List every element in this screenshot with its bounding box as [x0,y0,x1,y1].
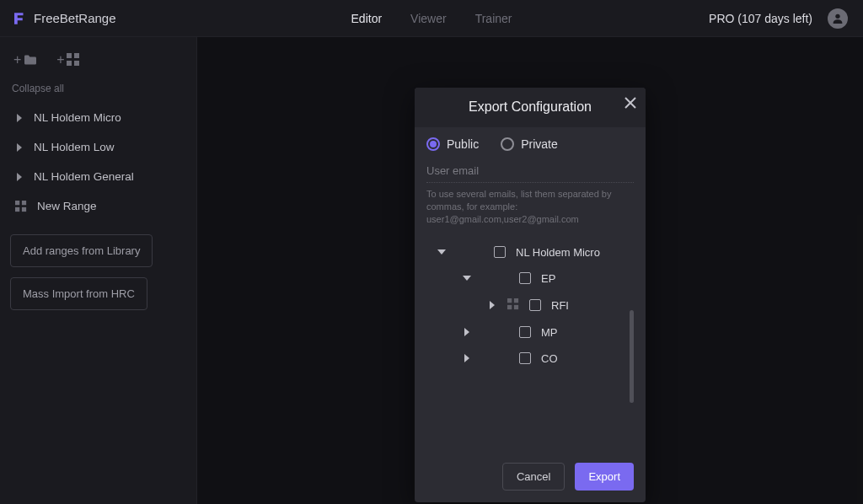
checkbox[interactable] [519,352,531,364]
tree-label: CO [541,352,558,365]
sidebar-item-label: NL Holdem Micro [34,111,121,124]
content-area: Export Configuration Public Private [197,37,863,504]
svg-point-0 [835,13,839,18]
chevron-right-icon [487,301,497,309]
brand-name: FreeBetRange [34,11,116,25]
svg-rect-12 [514,304,518,308]
folder-icon [23,54,38,66]
export-modal: Export Configuration Public Private [415,88,646,502]
chevron-right-icon [15,143,24,152]
sidebar-item-new-range[interactable]: New Range [10,191,186,221]
tree-label: EP [541,272,555,285]
topbar-right: PRO (107 days left) [709,8,848,29]
svg-rect-9 [507,298,512,303]
add-range-button[interactable]: + [56,52,79,67]
top-nav: Editor Viewer Trainer [351,12,512,25]
checkbox[interactable] [494,246,506,258]
chevron-right-icon [462,328,472,336]
checkbox[interactable] [519,326,531,338]
nav-trainer[interactable]: Trainer [475,12,512,25]
sidebar-item-label: NL Holdem Low [34,141,115,153]
grid-icon [507,298,519,313]
visibility-radio-group: Public Private [426,137,634,161]
export-button[interactable]: Export [575,463,634,491]
svg-rect-4 [74,61,79,66]
tree-row-rfi[interactable]: RFI [426,292,634,319]
chevron-right-icon [15,173,24,181]
tree-row-co[interactable]: CO [426,346,634,372]
grid-icon [15,201,27,212]
close-icon [624,96,637,110]
nav-viewer[interactable]: Viewer [410,12,447,25]
chevron-right-icon [15,114,24,122]
chevron-right-icon [462,354,472,362]
email-hint: To use several emails, list them separat… [426,183,634,239]
nav-editor[interactable]: Editor [351,12,383,25]
avatar[interactable] [828,8,848,29]
tree-label: RFI [551,299,569,312]
tree-row-ep[interactable]: EP [426,265,634,292]
tree-row-nl-micro[interactable]: NL Holdem Micro [426,239,634,265]
modal-title: Export Configuration [469,99,592,115]
mass-import-hrc-button[interactable]: Mass Import from HRC [10,277,147,310]
tree-row-mp[interactable]: MP [426,319,634,346]
svg-rect-1 [67,53,72,58]
radio-icon [426,137,440,151]
topbar: FreeBetRange Editor Viewer Trainer PRO (… [0,0,863,37]
sidebar-item-nl-micro[interactable]: NL Holdem Micro [10,103,186,132]
modal-close-button[interactable] [624,96,637,113]
collapse-all[interactable]: Collapse all [10,79,186,103]
svg-rect-3 [67,61,72,66]
chevron-down-icon [437,248,447,256]
sidebar: + + Collapse all NL Holdem Micro NL Hold… [0,37,197,504]
plus-icon: + [56,52,64,67]
tree-label: MP [541,326,558,339]
modal-footer: Cancel Export [415,451,646,502]
plus-icon: + [13,52,21,67]
user-email-input[interactable] [426,161,634,183]
logo-icon [12,11,27,26]
radio-icon [501,137,514,151]
radio-label: Private [521,137,558,151]
svg-rect-5 [15,201,19,205]
scrollbar[interactable] [630,310,634,403]
export-tree: NL Holdem Micro EP RFI [426,239,634,444]
checkbox[interactable] [519,272,531,284]
svg-rect-7 [15,206,19,211]
modal-header: Export Configuration [415,88,646,127]
sidebar-item-nl-general[interactable]: NL Holdem General [10,162,186,191]
tree-label: NL Holdem Micro [516,246,600,259]
user-icon [831,12,844,25]
sidebar-add-row: + + [10,49,186,79]
radio-private[interactable]: Private [501,137,558,151]
sidebar-item-nl-low[interactable]: NL Holdem Low [10,132,186,162]
svg-rect-10 [514,298,518,303]
svg-rect-11 [507,304,512,308]
radio-label: Public [447,137,479,151]
plan-label[interactable]: PRO (107 days left) [709,12,812,25]
grid-icon [67,53,80,67]
svg-rect-2 [74,53,79,58]
svg-rect-8 [22,206,26,211]
add-folder-button[interactable]: + [13,52,38,67]
sidebar-item-label: New Range [37,200,97,212]
checkbox[interactable] [529,299,541,311]
logo[interactable]: FreeBetRange [12,11,116,26]
cancel-button[interactable]: Cancel [502,463,565,491]
add-from-library-button[interactable]: Add ranges from Library [10,234,153,267]
svg-rect-6 [22,201,26,205]
sidebar-item-label: NL Holdem General [34,170,134,183]
radio-public[interactable]: Public [426,137,479,151]
modal-body: Public Private To use several emails, li… [415,127,646,451]
chevron-down-icon [462,274,472,282]
